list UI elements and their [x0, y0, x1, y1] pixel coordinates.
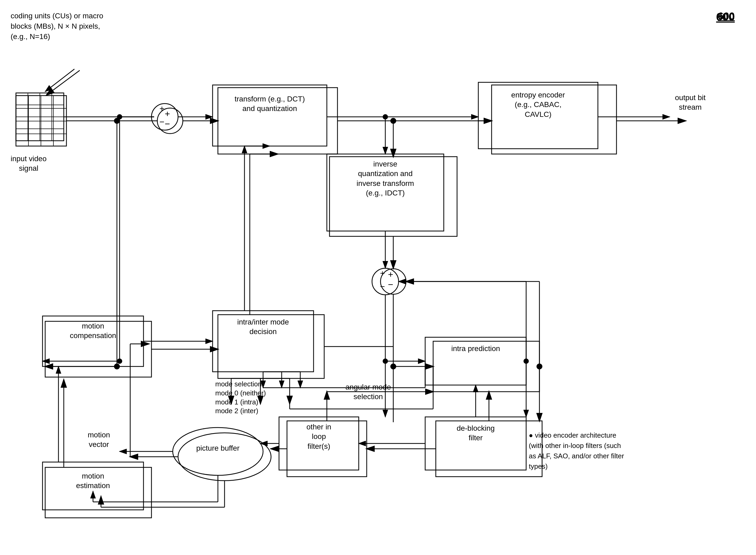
svg-text:+: +: [165, 109, 170, 119]
svg-rect-117: [45, 321, 152, 377]
svg-rect-98: [433, 341, 540, 392]
svg-rect-87: [491, 85, 616, 154]
svg-text:−: −: [388, 280, 393, 290]
svg-text:−: −: [165, 119, 170, 129]
svg-rect-115: [45, 467, 152, 518]
svg-rect-106: [287, 421, 367, 477]
svg-text:+: +: [388, 269, 393, 280]
svg-rect-90: [329, 157, 457, 236]
svg-line-75: [46, 70, 80, 95]
svg-rect-104: [436, 421, 542, 477]
main-svg: + − + −: [0, 0, 756, 555]
svg-point-78: [157, 108, 183, 134]
svg-point-108: [178, 433, 271, 481]
svg-point-92: [381, 269, 406, 294]
svg-rect-121: [218, 315, 324, 378]
svg-rect-83: [218, 88, 337, 154]
